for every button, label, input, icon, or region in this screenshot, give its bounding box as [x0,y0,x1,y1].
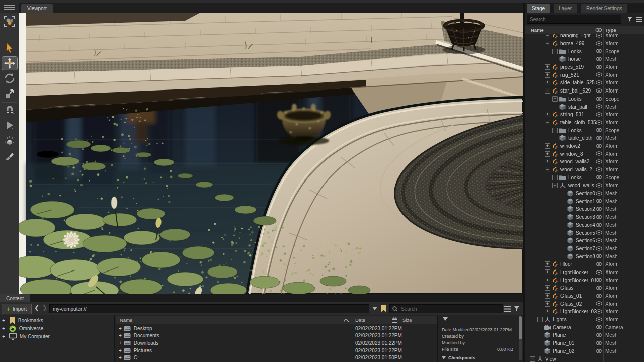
bookmark-icon[interactable] [381,305,386,312]
stage-tree-row[interactable]: Section1Mesh [525,197,644,205]
collapse-icon[interactable]: − [552,183,558,188]
file-column-date[interactable]: Date [355,317,365,323]
expand-icon[interactable]: + [552,128,558,133]
stage-tree-row[interactable]: +LightsXform [525,316,644,324]
expand-icon[interactable]: + [545,112,550,117]
collapse-icon[interactable]: − [530,356,535,362]
stage-tree-row[interactable]: +wood_walls2Xform [525,158,644,166]
visibility-eye-icon[interactable] [596,57,602,62]
address-dropdown-icon[interactable] [372,307,377,310]
stage-tree-row[interactable]: star_ballMesh [525,103,644,111]
stage-tree-row[interactable]: Section5Mesh [525,229,644,237]
expand-icon[interactable]: + [119,348,122,353]
stage-tree-row[interactable]: +LooksScope [525,95,644,103]
tab-viewport[interactable]: Viewport [21,4,53,13]
visibility-eye-icon[interactable] [596,80,602,86]
select-tool-button[interactable] [2,42,17,55]
visibility-eye-icon[interactable] [596,301,602,307]
visibility-eye-icon[interactable] [596,333,602,338]
visibility-eye-icon[interactable] [596,230,602,236]
content-search-input[interactable] [389,304,503,313]
expand-icon[interactable]: + [552,49,558,54]
move-tool-button[interactable] [2,57,17,70]
expand-icon[interactable]: + [545,269,550,275]
expand-icon[interactable]: + [545,278,550,283]
expand-icon[interactable]: + [119,340,122,346]
visibility-eye-icon[interactable] [596,41,602,47]
collapse-icon[interactable]: − [545,167,550,172]
stage-tree-row[interactable]: Plane_01Mesh [525,339,644,347]
visibility-eye-icon[interactable] [596,199,602,204]
file-row[interactable]: +C:02/02/2023 01:50PM [116,354,437,361]
address-bar[interactable] [49,304,369,313]
expand-icon[interactable]: + [552,96,558,102]
collapse-icon[interactable]: − [545,120,550,125]
visibility-eye-icon[interactable] [596,262,602,267]
stage-tree-row[interactable]: −wood_wallsXform [525,182,644,190]
stage-tree-row[interactable]: +window_8Xform [525,150,644,158]
visibility-eye-icon[interactable] [596,278,602,283]
column-name[interactable]: Name [531,27,544,33]
visibility-eye-icon[interactable] [596,136,602,141]
expand-icon[interactable]: + [545,159,550,164]
visibility-eye-icon[interactable] [596,144,602,149]
filter-icon[interactable] [627,16,633,22]
expand-icon[interactable]: + [545,64,550,70]
visibility-eye-icon[interactable] [596,175,602,180]
options-menu-icon[interactable] [636,17,642,22]
expand-icon[interactable]: + [119,355,122,360]
expand-icon[interactable]: + [545,72,550,78]
visibility-eye-icon[interactable] [596,215,602,220]
stage-tree-row[interactable]: +LooksScope [525,126,644,134]
tab-stage[interactable]: Stage [527,4,550,13]
visibility-eye-icon[interactable] [596,72,602,78]
file-row[interactable]: +Documents02/02/2023 01:22PM [116,332,437,340]
stage-tree-row[interactable]: Section8Mesh [525,252,644,260]
visibility-eye-icon[interactable] [596,183,602,189]
stage-tree-row[interactable]: +LightBlocker_01Xform [525,276,644,284]
expand-icon[interactable]: + [2,318,5,323]
physics-tool-button[interactable] [2,135,17,148]
expand-icon[interactable]: + [119,333,122,338]
details-scrollbar[interactable] [519,316,522,360]
stage-tree-row[interactable]: +rug_521Xform [525,71,644,79]
visibility-eye-icon[interactable] [596,341,602,346]
visibility-eye-icon[interactable] [596,159,602,165]
import-button[interactable]: + Import [2,304,32,314]
expand-icon[interactable]: + [2,334,5,339]
visibility-eye-icon[interactable] [596,238,602,244]
file-row[interactable]: +Desktop02/02/2023 01:22PM [116,325,437,332]
stage-tree-row[interactable]: table_clothMesh [525,134,644,142]
visibility-eye-icon[interactable] [596,270,602,276]
visibility-eye-icon[interactable] [596,223,602,228]
sidebar-item-omniverse[interactable]: +Omniverse [2,325,113,332]
stage-tree-row[interactable]: +FloorXform [525,260,644,268]
app-menu-icon[interactable] [4,5,15,11]
stage-tree-row[interactable]: Section3Mesh [525,213,644,221]
stage-tree-row[interactable]: −View [525,355,644,362]
stage-tree-row[interactable]: +pipes_519Xform [525,63,644,71]
visibility-eye-icon[interactable] [596,191,602,197]
scale-tool-button[interactable] [2,87,17,100]
stage-tree-row[interactable]: −hanging_lightXform [525,34,644,40]
file-column-name[interactable]: Name [120,317,132,323]
checkpoints-section[interactable]: Checkpoints [442,355,515,360]
visibility-eye-icon[interactable] [596,286,602,291]
stage-tree-row[interactable]: Section2Mesh [525,205,644,213]
tab-layer[interactable]: Layer [554,4,577,13]
column-type[interactable]: Type [605,27,616,33]
list-view-icon[interactable] [504,306,511,312]
visibility-eye-icon[interactable] [596,65,602,70]
stage-tree-row[interactable]: CameraCamera [525,323,644,331]
visibility-eye-icon[interactable] [596,97,602,102]
paint-tool-button[interactable] [2,150,17,163]
stage-tree-row[interactable]: PlaneMesh [525,331,644,339]
stage-tree-row[interactable]: Plane_02Mesh [525,347,644,355]
tab-content[interactable]: Content [0,294,30,302]
stage-tree-row[interactable]: +Glass_02Xform [525,300,644,308]
stage-tree-row[interactable]: +side_table_525Xform [525,79,644,87]
stage-tree-row[interactable]: +Glass_01Xform [525,292,644,300]
tab-render-settings[interactable]: Render Settings [581,4,627,13]
visibility-eye-icon[interactable] [596,49,602,54]
stage-tree-row[interactable]: Section0Mesh [525,190,644,198]
